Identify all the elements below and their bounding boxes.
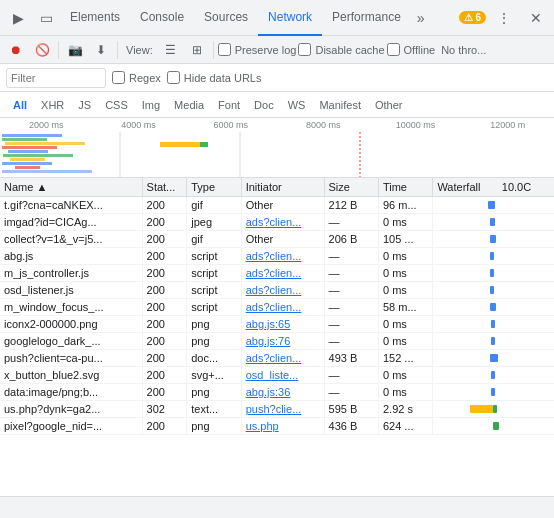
- type-filter-manifest[interactable]: Manifest: [312, 97, 368, 113]
- cell-initiator[interactable]: abg.js:36: [241, 384, 324, 401]
- table-row[interactable]: collect?v=1&_v=j5... 200 gif Other 206 B…: [0, 231, 554, 248]
- waterfall-bar-container: [437, 216, 522, 228]
- initiator-link[interactable]: abg.js:36: [246, 386, 291, 398]
- col-header-size[interactable]: Size: [324, 178, 378, 197]
- cell-initiator[interactable]: ads?clien...: [241, 282, 324, 299]
- regex-group[interactable]: Regex: [112, 71, 161, 84]
- col-header-name[interactable]: Name ▲: [0, 178, 142, 197]
- tab-sources[interactable]: Sources: [194, 0, 258, 36]
- offline-group[interactable]: Offline: [387, 43, 436, 56]
- inspect-icon[interactable]: ▶: [4, 4, 32, 32]
- col-header-type[interactable]: Type: [187, 178, 241, 197]
- cell-status: 200: [142, 248, 187, 265]
- hide-data-urls-group[interactable]: Hide data URLs: [167, 71, 262, 84]
- cell-status: 302: [142, 401, 187, 418]
- col-header-waterfall[interactable]: Waterfall 10.0C: [433, 178, 554, 197]
- initiator-link[interactable]: us.php: [246, 420, 279, 432]
- preserve-log-checkbox[interactable]: [218, 43, 231, 56]
- table-row[interactable]: iconx2-000000.png 200 png abg.js:65 — 0 …: [0, 316, 554, 333]
- cell-initiator[interactable]: abg.js:76: [241, 333, 324, 350]
- requests-table-container[interactable]: Name ▲ Stat... Type Initiator Size Time …: [0, 178, 554, 496]
- initiator-link[interactable]: abg.js:76: [246, 335, 291, 347]
- initiator-link[interactable]: ads?clien...: [246, 301, 302, 313]
- more-options-icon[interactable]: ⋮: [490, 4, 518, 32]
- tab-elements[interactable]: Elements: [60, 0, 130, 36]
- group-view-icon[interactable]: ⊞: [185, 38, 209, 62]
- tab-performance[interactable]: Performance: [322, 0, 411, 36]
- list-view-icon[interactable]: ☰: [159, 38, 183, 62]
- table-row[interactable]: imgad?id=CICAg... 200 jpeg ads?clien... …: [0, 214, 554, 231]
- cell-waterfall: [433, 299, 554, 316]
- type-filter-js[interactable]: JS: [71, 97, 98, 113]
- type-filter-xhr[interactable]: XHR: [34, 97, 71, 113]
- cell-name: m_window_focus_...: [0, 299, 142, 316]
- initiator-link[interactable]: ads?clien...: [246, 250, 302, 262]
- cell-waterfall: [433, 350, 554, 367]
- type-filter-font[interactable]: Font: [211, 97, 247, 113]
- cell-time: 0 ms: [378, 316, 432, 333]
- cell-initiator[interactable]: push?clie...: [241, 401, 324, 418]
- waterfall-bar: [491, 388, 495, 396]
- type-filter-ws[interactable]: WS: [281, 97, 313, 113]
- cell-initiator[interactable]: ads?clien...: [241, 299, 324, 316]
- hide-data-urls-checkbox[interactable]: [167, 71, 180, 84]
- clear-button[interactable]: 🚫: [30, 38, 54, 62]
- record-button[interactable]: ⏺: [4, 38, 28, 62]
- timeline-labels: 2000 ms 4000 ms 6000 ms 8000 ms 10000 ms…: [0, 120, 554, 130]
- waterfall-bar: [490, 235, 496, 243]
- initiator-link[interactable]: ads?clien...: [246, 284, 302, 296]
- disable-cache-group[interactable]: Disable cache: [298, 43, 384, 56]
- cell-initiator[interactable]: ads?clien...: [241, 214, 324, 231]
- type-filter-img[interactable]: Img: [135, 97, 167, 113]
- offline-checkbox[interactable]: [387, 43, 400, 56]
- col-header-initiator[interactable]: Initiator: [241, 178, 324, 197]
- initiator-link[interactable]: ads?clien...: [246, 352, 302, 364]
- type-filter-other[interactable]: Other: [368, 97, 410, 113]
- filter-button[interactable]: ⬇: [89, 38, 113, 62]
- regex-checkbox[interactable]: [112, 71, 125, 84]
- preserve-log-group[interactable]: Preserve log: [218, 43, 297, 56]
- table-row[interactable]: googlelogo_dark_... 200 png abg.js:76 — …: [0, 333, 554, 350]
- table-row[interactable]: m_window_focus_... 200 script ads?clien.…: [0, 299, 554, 316]
- camera-button[interactable]: 📷: [63, 38, 87, 62]
- cell-initiator[interactable]: osd_liste...: [241, 367, 324, 384]
- table-row[interactable]: abg.js 200 script ads?clien... — 0 ms: [0, 248, 554, 265]
- table-row[interactable]: us.php?dynk=ga2... 302 text... push?clie…: [0, 401, 554, 418]
- filter-input[interactable]: [6, 68, 106, 88]
- initiator-link[interactable]: push?clie...: [246, 403, 302, 415]
- cell-initiator[interactable]: us.php: [241, 418, 324, 435]
- type-filter-all[interactable]: All: [6, 97, 34, 113]
- disable-cache-checkbox[interactable]: [298, 43, 311, 56]
- col-header-time[interactable]: Time: [378, 178, 432, 197]
- cell-type: doc...: [187, 350, 241, 367]
- initiator-link[interactable]: osd_liste...: [246, 369, 299, 381]
- initiator-link[interactable]: ads?clien...: [246, 267, 302, 279]
- tab-network[interactable]: Network: [258, 0, 322, 36]
- table-row[interactable]: x_button_blue2.svg 200 svg+... osd_liste…: [0, 367, 554, 384]
- table-row[interactable]: m_js_controller.js 200 script ads?clien.…: [0, 265, 554, 282]
- table-row[interactable]: t.gif?cna=caNKEX... 200 gif Other 212 B …: [0, 197, 554, 214]
- table-row[interactable]: data:image/png;b... 200 png abg.js:36 — …: [0, 384, 554, 401]
- cell-initiator[interactable]: ads?clien...: [241, 350, 324, 367]
- type-filter-css[interactable]: CSS: [98, 97, 135, 113]
- initiator-link[interactable]: abg.js:65: [246, 318, 291, 330]
- col-header-status[interactable]: Stat...: [142, 178, 187, 197]
- type-filter-doc[interactable]: Doc: [247, 97, 281, 113]
- table-row[interactable]: pixel?google_nid=... 200 png us.php 436 …: [0, 418, 554, 435]
- waterfall-bar-container: [437, 403, 522, 415]
- more-tabs-button[interactable]: »: [411, 10, 431, 26]
- cell-initiator[interactable]: ads?clien...: [241, 265, 324, 282]
- initiator-link[interactable]: ads?clien...: [246, 216, 302, 228]
- table-row[interactable]: push?client=ca-pu... 200 doc... ads?clie…: [0, 350, 554, 367]
- waterfall-bar: [490, 286, 494, 294]
- device-icon[interactable]: ▭: [32, 4, 60, 32]
- cell-initiator[interactable]: ads?clien...: [241, 248, 324, 265]
- tab-console[interactable]: Console: [130, 0, 194, 36]
- cell-initiator[interactable]: abg.js:65: [241, 316, 324, 333]
- table-row[interactable]: osd_listener.js 200 script ads?clien... …: [0, 282, 554, 299]
- type-filter-media[interactable]: Media: [167, 97, 211, 113]
- table-header: Name ▲ Stat... Type Initiator Size Time …: [0, 178, 554, 197]
- warning-badge[interactable]: ⚠ 6: [459, 11, 486, 24]
- cell-status: 200: [142, 265, 187, 282]
- close-devtools-icon[interactable]: ✕: [522, 4, 550, 32]
